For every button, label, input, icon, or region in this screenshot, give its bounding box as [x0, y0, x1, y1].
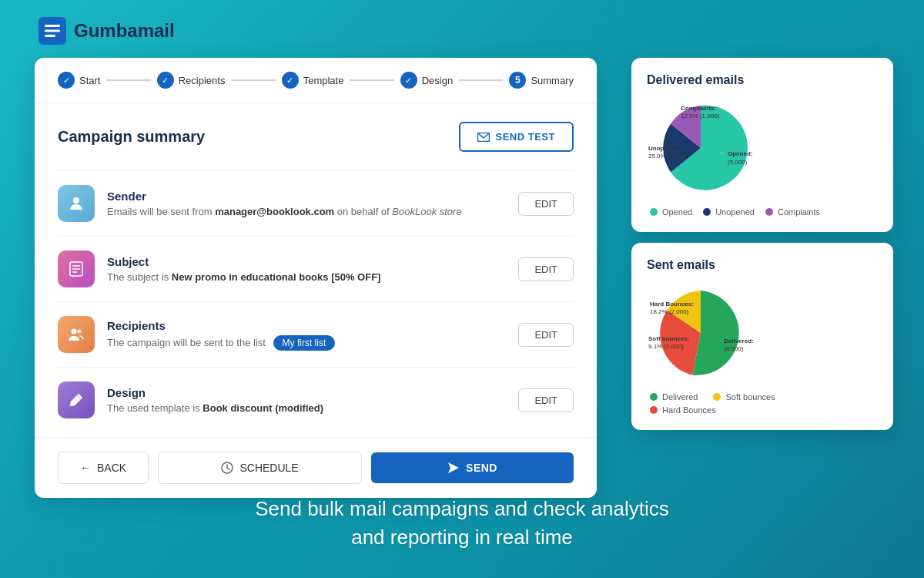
- action-bar: ← BACK SCHEDULE SEND: [35, 437, 597, 498]
- person-icon: [67, 194, 85, 213]
- tagline-line2: and reporting in real time: [0, 523, 924, 551]
- svg-marker-13: [448, 462, 459, 473]
- schedule-button[interactable]: SCHEDULE: [158, 452, 362, 484]
- legend-hard-bounces-label: Hard Bounces: [662, 405, 716, 415]
- recipients-icon: [58, 316, 95, 353]
- svg-text:Unopened:: Unopened:: [648, 145, 681, 152]
- sender-icon: [58, 185, 95, 222]
- send-test-label: SEND TEST: [496, 131, 555, 143]
- steps-bar: ✓ Start ✓ Recipients ✓ Template ✓ Design…: [35, 58, 597, 103]
- step-check-recipients: ✓: [157, 72, 174, 89]
- step-summary: 5 Summary: [509, 72, 574, 89]
- delivered-chart-card: Delivered emails Opened: 62.5% (5,000) U…: [631, 58, 893, 232]
- svg-text:Complaints:: Complaints:: [681, 105, 716, 112]
- document-icon: [68, 260, 85, 277]
- design-template: Book discount (modified): [203, 402, 323, 414]
- envelope-icon: [477, 133, 490, 142]
- step-label-summary: Summary: [531, 75, 574, 86]
- send-test-button[interactable]: SEND TEST: [459, 122, 574, 152]
- subject-desc-prefix: The subject is: [107, 271, 172, 283]
- logo-text: Gumbamail: [74, 20, 175, 42]
- step-label-recipients: Recipients: [179, 75, 226, 86]
- sender-row: Sender Emails will be sent from manager@…: [58, 170, 574, 236]
- svg-rect-2: [45, 35, 55, 37]
- svg-text:9.1% (1,000): 9.1% (1,000): [648, 343, 684, 350]
- svg-text:(5,000): (5,000): [728, 159, 748, 166]
- send-label: SEND: [466, 462, 497, 474]
- legend-delivered-label: Delivered: [662, 392, 698, 402]
- recipients-title: Recipients: [107, 319, 506, 332]
- svg-text:Delivered: 72.7%: Delivered: 72.7%: [724, 338, 755, 344]
- unopened-dot: [703, 208, 711, 216]
- legend-delivered: Delivered: [650, 392, 698, 402]
- delivered-legend: Opened Unopened Complaints: [647, 207, 878, 217]
- tagline: Send bulk mail campaigns and check analy…: [0, 495, 924, 551]
- svg-point-4: [73, 197, 79, 203]
- step-label-template: Template: [303, 75, 344, 86]
- recipients-desc: The campaign will be sent to the list My…: [107, 335, 506, 351]
- group-icon: [67, 325, 85, 344]
- step-label-start: Start: [79, 75, 100, 86]
- sent-pie: Delivered: 72.7% (8,000) Hard Bounces: 1…: [647, 283, 755, 386]
- recipients-desc-prefix: The campaign will be sent to the list: [107, 337, 266, 348]
- sent-chart-area: Delivered: 72.7% (8,000) Hard Bounces: 1…: [647, 283, 878, 386]
- step-num-summary: 5: [509, 72, 526, 89]
- svg-point-9: [72, 329, 77, 334]
- sender-content: Sender Emails will be sent from manager@…: [107, 190, 506, 217]
- design-desc-prefix: The used template is: [107, 402, 203, 414]
- legend-hard-bounces: Hard Bounces: [650, 405, 875, 415]
- send-button[interactable]: SEND: [371, 452, 574, 483]
- svg-text:18.2% (2,000): 18.2% (2,000): [650, 308, 689, 315]
- summary-header: Campaign summary SEND TEST: [58, 122, 574, 152]
- campaign-card: ✓ Start ✓ Recipients ✓ Template ✓ Design…: [35, 58, 597, 498]
- legend-unopened-label: Unopened: [715, 207, 755, 217]
- list-badge: My first list: [273, 335, 336, 351]
- summary-rows: Sender Emails will be sent from manager@…: [58, 170, 574, 432]
- sent-chart-title: Sent emails: [647, 258, 878, 272]
- legend-soft-bounces-label: Soft bounces: [725, 392, 775, 402]
- step-line-1: [106, 79, 150, 81]
- soft-bounces-dot: [713, 393, 721, 401]
- recipients-content: Recipients The campaign will be sent to …: [107, 319, 506, 351]
- svg-text:12.5% (1,000): 12.5% (1,000): [681, 113, 720, 119]
- sent-pie-svg: Delivered: 72.7% (8,000) Hard Bounces: 1…: [647, 283, 755, 383]
- delivered-pie-svg: Opened: 62.5% (5,000) Unopened: 25.0% (2…: [647, 98, 755, 198]
- charts-panel: Delivered emails Opened: 62.5% (5,000) U…: [631, 58, 893, 430]
- subject-icon: [58, 250, 95, 287]
- svg-text:Hard Bounces:: Hard Bounces:: [650, 301, 694, 307]
- subject-row: Subject The subject is New promo in educ…: [58, 236, 574, 301]
- sender-desc-prefix: Emails will be sent from: [107, 206, 215, 217]
- recipients-row: Recipients The campaign will be sent to …: [58, 301, 574, 367]
- campaign-summary-title: Campaign summary: [58, 128, 205, 146]
- svg-rect-1: [45, 30, 60, 32]
- step-template: ✓ Template: [282, 72, 344, 89]
- subject-edit-button[interactable]: EDIT: [518, 257, 574, 281]
- recipients-edit-button[interactable]: EDIT: [518, 323, 574, 347]
- subject-content: Subject The subject is New promo in educ…: [107, 255, 506, 283]
- svg-point-10: [77, 329, 82, 334]
- design-title: Design: [107, 386, 506, 399]
- step-line-2: [231, 79, 275, 81]
- pencil-icon: [68, 391, 85, 408]
- design-edit-button[interactable]: EDIT: [518, 388, 574, 412]
- logo-icon: [38, 17, 66, 45]
- legend-soft-bounces: Soft bounces: [713, 392, 775, 402]
- design-icon: [58, 381, 95, 418]
- back-label: BACK: [97, 462, 126, 474]
- opened-dot: [650, 208, 658, 216]
- sender-edit-button[interactable]: EDIT: [518, 192, 574, 216]
- design-desc: The used template is Book discount (modi…: [107, 402, 506, 414]
- step-line-4: [459, 79, 503, 81]
- sender-email: manager@booklook.com: [215, 206, 334, 217]
- sent-chart-card: Sent emails Delivered: 72.7% (8,000) Har…: [631, 243, 893, 430]
- step-line-3: [350, 79, 393, 81]
- legend-complaints-label: Complaints: [778, 207, 820, 217]
- back-button[interactable]: ← BACK: [58, 452, 149, 484]
- svg-text:25.0% (2,000): 25.0% (2,000): [648, 153, 688, 160]
- subject-desc: The subject is New promo in educational …: [107, 271, 506, 283]
- legend-unopened: Unopened: [703, 207, 755, 217]
- back-arrow-icon: ←: [80, 462, 91, 474]
- legend-opened: Opened: [650, 207, 692, 217]
- sender-desc-suffix: on behalf of: [334, 206, 392, 217]
- subject-title: Subject: [107, 255, 506, 268]
